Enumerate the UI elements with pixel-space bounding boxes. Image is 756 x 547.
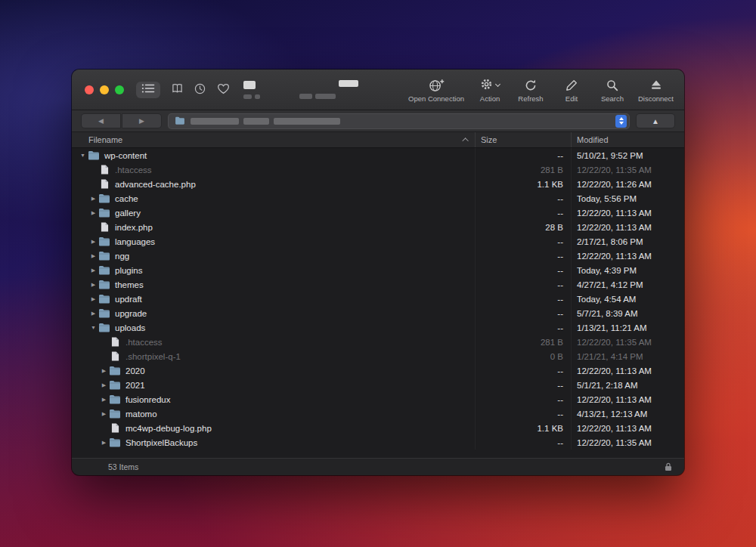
file-row[interactable]: ▼ uploads -- 1/13/21, 11:21 AM — [72, 320, 684, 335]
forward-button[interactable]: ▶ — [122, 113, 162, 128]
file-name-label: themes — [115, 280, 144, 289]
sync-button[interactable] — [217, 83, 230, 97]
file-row[interactable]: ▶ languages -- 2/17/21, 8:06 PM — [72, 234, 684, 249]
file-row[interactable]: advanced-cache.php 1.1 KB 12/22/20, 11:2… — [72, 177, 684, 191]
folder-icon — [98, 265, 110, 275]
zoom-window-button[interactable] — [115, 85, 124, 94]
file-icon — [109, 351, 121, 361]
back-button[interactable]: ◀ — [81, 113, 121, 128]
file-row[interactable]: .htaccess 281 B 12/22/20, 11:35 AM — [72, 335, 684, 349]
file-row[interactable]: ▶ cache -- Today, 5:56 PM — [72, 191, 684, 206]
file-size-cell: -- — [475, 234, 571, 249]
file-row[interactable]: ▶ upgrade -- 5/7/21, 8:39 AM — [72, 306, 684, 320]
file-modified-cell: 12/22/20, 11:13 AM — [571, 220, 684, 234]
bookmarks-button[interactable] — [172, 83, 183, 96]
file-row[interactable]: ▶ ShortpixelBackups -- 12/22/20, 11:35 A… — [72, 435, 684, 450]
file-row[interactable]: ▶ 2020 -- 12/22/20, 11:13 AM — [72, 363, 684, 378]
file-name-cell: ▶ 2020 — [72, 366, 475, 375]
file-name-cell: ▼ uploads — [72, 323, 475, 332]
history-nav: ◀ ▶ — [81, 113, 162, 128]
folder-icon — [98, 323, 110, 332]
file-name-label: ngg — [115, 252, 129, 261]
lock-icon — [665, 462, 672, 471]
file-size-cell: 1.1 KB — [475, 421, 571, 435]
chevron-down-icon — [495, 81, 500, 86]
disconnect-button[interactable]: Disconnect — [637, 77, 675, 103]
file-name-cell: ▶ plugins — [72, 265, 475, 275]
file-size-cell: -- — [475, 435, 571, 450]
file-size-cell: 281 B — [475, 335, 571, 349]
disclosure-triangle-icon[interactable]: ▶ — [99, 440, 109, 446]
disclosure-triangle-icon[interactable]: ▶ — [88, 210, 98, 216]
disclosure-triangle-icon[interactable]: ▶ — [88, 196, 98, 202]
file-list: ▼ wp-content -- 5/10/21, 9:52 PM — [72, 148, 684, 458]
file-size-cell: -- — [475, 392, 571, 406]
file-row[interactable]: .shortpixel-q-1 0 B 1/21/21, 4:14 PM — [72, 349, 684, 363]
history-button[interactable] — [194, 83, 206, 97]
path-stepper[interactable] — [615, 115, 627, 128]
file-row[interactable]: ▶ ngg -- 12/22/20, 11:13 AM — [72, 249, 684, 263]
file-row[interactable]: ▶ themes -- 4/27/21, 4:12 PM — [72, 277, 684, 292]
file-row[interactable]: index.php 28 B 12/22/20, 11:13 AM — [72, 220, 684, 234]
file-size-cell: -- — [475, 277, 571, 292]
path-field[interactable] — [168, 113, 630, 129]
file-size-cell: 0 B — [475, 349, 571, 363]
edit-button[interactable]: Edit — [555, 77, 588, 103]
disclosure-triangle-icon[interactable]: ▶ — [99, 368, 109, 374]
file-modified-cell: 12/22/20, 11:26 AM — [571, 177, 684, 191]
file-modified-cell: Today, 5:56 PM — [571, 191, 684, 206]
disclosure-triangle-icon[interactable]: ▶ — [99, 397, 109, 403]
file-row[interactable]: mc4wp-debug-log.php 1.1 KB 12/22/20, 11:… — [72, 421, 684, 435]
disclosure-triangle-icon[interactable]: ▶ — [88, 267, 98, 274]
disclosure-triangle-icon[interactable]: ▶ — [88, 282, 98, 288]
disclosure-triangle-icon[interactable]: ▶ — [88, 239, 98, 245]
column-header-size[interactable]: Size — [475, 132, 571, 147]
disclosure-triangle-icon[interactable]: ▶ — [88, 311, 98, 317]
file-row[interactable]: ▶ plugins -- Today, 4:39 PM — [72, 263, 684, 277]
file-name-label: advanced-cache.php — [115, 180, 196, 189]
open-connection-button[interactable]: Open Connection — [407, 77, 466, 103]
file-row[interactable]: ▶ matomo -- 4/13/21, 12:13 AM — [72, 406, 684, 421]
column-header-modified[interactable]: Modified — [571, 132, 684, 147]
disclosure-triangle-icon[interactable]: ▶ — [99, 382, 109, 388]
file-modified-cell: 1/13/21, 11:21 AM — [571, 320, 684, 335]
file-row[interactable]: ▶ 2021 -- 5/1/21, 2:18 AM — [72, 378, 684, 392]
file-icon — [98, 179, 110, 189]
folder-icon — [98, 193, 110, 203]
file-row[interactable]: ▶ gallery -- 12/22/20, 11:13 AM — [72, 206, 684, 220]
file-row[interactable]: ▶ fusionredux -- 12/22/20, 11:13 AM — [72, 392, 684, 406]
path-bar: ◀ ▶ ▲ — [72, 110, 684, 132]
action-button[interactable]: Action — [473, 77, 507, 103]
file-row[interactable]: ▼ wp-content -- 5/10/21, 9:52 PM — [72, 148, 684, 162]
folder-icon — [109, 366, 121, 375]
file-modified-cell: 12/22/20, 11:35 AM — [571, 162, 684, 177]
file-modified-cell: 2/17/21, 8:06 PM — [571, 234, 684, 249]
column-header-filename[interactable]: Filename — [72, 135, 475, 144]
disclosure-triangle-icon[interactable]: ▶ — [88, 253, 98, 259]
refresh-label: Refresh — [518, 94, 543, 103]
disclosure-triangle-icon[interactable]: ▼ — [88, 325, 98, 330]
list-view-button[interactable] — [136, 82, 160, 98]
up-triangle-icon: ▲ — [652, 117, 659, 125]
file-row[interactable]: ▶ updraft -- Today, 4:54 AM — [72, 292, 684, 306]
file-name-label: languages — [115, 237, 155, 246]
file-size-cell: -- — [475, 320, 571, 335]
close-window-button[interactable] — [85, 85, 94, 94]
file-name-label: upgrade — [115, 309, 147, 318]
upload-button[interactable]: ▲ — [636, 113, 675, 128]
disclosure-triangle-icon[interactable]: ▼ — [78, 153, 88, 158]
folder-icon — [98, 236, 110, 246]
file-name-label: .shortpixel-q-1 — [125, 352, 181, 361]
minimize-window-button[interactable] — [100, 85, 109, 94]
search-button[interactable]: Search — [596, 77, 629, 103]
file-name-label: matomo — [125, 409, 157, 419]
disclosure-triangle-icon[interactable]: ▶ — [99, 411, 109, 417]
window-toolbar: Open Connection Action — [72, 70, 684, 110]
disclosure-triangle-icon[interactable]: ▶ — [88, 296, 98, 302]
folder-icon — [98, 280, 110, 289]
file-row[interactable]: .htaccess 281 B 12/22/20, 11:35 AM — [72, 162, 684, 177]
heart-icon — [217, 83, 230, 97]
refresh-button[interactable]: Refresh — [514, 77, 547, 103]
file-modified-cell: 4/13/21, 12:13 AM — [571, 406, 684, 421]
file-icon — [109, 337, 121, 347]
